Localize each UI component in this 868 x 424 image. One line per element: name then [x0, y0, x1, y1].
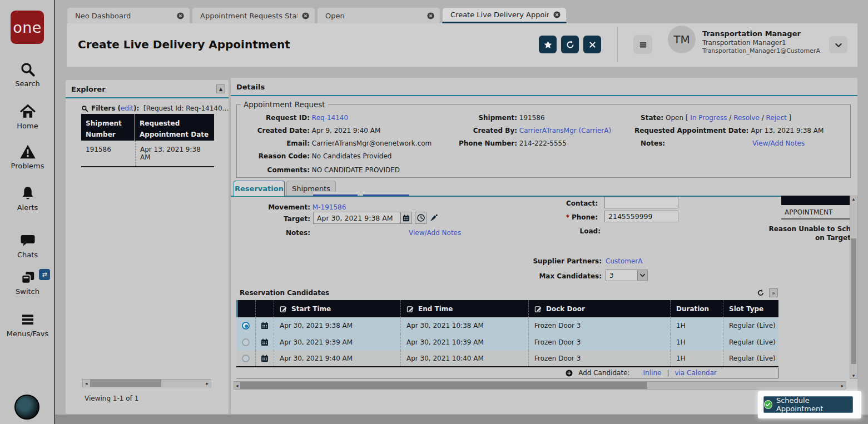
max-candidates-select[interactable]: 3	[606, 270, 648, 281]
details-horizontal-scrollbar[interactable]: ◂ ▸	[234, 381, 846, 390]
column-header-duration[interactable]: Duration	[670, 300, 723, 317]
column-header-end-time[interactable]: End Time	[400, 300, 528, 317]
created-by-link[interactable]: CarrierATransMgr (CarrierA)	[519, 127, 611, 134]
refresh-button[interactable]	[561, 36, 579, 53]
sidebar-item-home[interactable]: Home	[0, 103, 55, 130]
close-screen-button[interactable]	[583, 36, 601, 53]
time-picker-button[interactable]	[415, 212, 426, 224]
switch-badge-icon[interactable]: ⇄	[39, 269, 50, 280]
scroll-left-icon[interactable]: ◂	[234, 383, 240, 388]
column-header-shipment-number[interactable]: Shipment Number	[81, 114, 135, 141]
view-add-notes-link[interactable]: View/Add Notes	[752, 139, 805, 147]
view-add-notes-link[interactable]: View/Add Notes	[409, 229, 461, 237]
calendar-icon[interactable]	[260, 338, 269, 347]
calendar-icon[interactable]	[260, 354, 269, 363]
request-id-link[interactable]: Req-14140	[312, 114, 348, 122]
close-icon[interactable]	[427, 12, 434, 19]
candidate-row[interactable]: Apr 30, 2021 9:38 AM Apr 30, 2021 10:38 …	[236, 317, 778, 334]
sidebar-item-search[interactable]: Search	[0, 61, 55, 88]
scroll-up-icon[interactable]: ▴	[850, 196, 857, 204]
menu-button[interactable]	[633, 35, 652, 54]
details-vertical-scrollbar[interactable]: ▴ ▾	[850, 196, 857, 379]
tab-reservation[interactable]: Reservation	[234, 181, 285, 196]
sidebar-item-menus-favs[interactable]: Menus/Favs	[0, 311, 55, 338]
explorer-panel: Explorer ▲ Filters (edit): [Request Id: …	[66, 80, 229, 414]
state-reject-link[interactable]: Reject	[766, 114, 787, 122]
tab-neo-dashboard[interactable]: Neo Dashboard	[67, 7, 190, 23]
sidebar-item-chats[interactable]: Chats	[0, 232, 55, 259]
tab-appointment-requests[interactable]: Appointment Requests State Su...	[192, 7, 315, 23]
candidates-table-header: Start Time End Time Dock Door Duration S…	[236, 300, 778, 317]
request-id-label: Request ID:	[247, 114, 310, 122]
radio-unselected[interactable]	[242, 338, 250, 346]
tab-open[interactable]: Open	[317, 7, 440, 23]
cell-requested-date: Apr 13, 2021 9:38 AM	[135, 141, 214, 166]
explorer-table-row[interactable]: 191586 Apr 13, 2021 9:38 AM	[81, 141, 214, 167]
reason-line-2: on Target	[815, 234, 851, 242]
divider	[231, 95, 857, 96]
explorer-horizontal-scrollbar[interactable]: ◂ ▸	[82, 379, 211, 387]
movement-label: Movement:	[248, 203, 310, 211]
scrollbar-thumb[interactable]	[90, 380, 161, 387]
column-header-requested-date[interactable]: Requested Appointment Date	[135, 114, 214, 141]
filters-label: Filters (	[91, 104, 121, 112]
movement-link[interactable]: M-191586	[313, 203, 346, 211]
search-icon	[19, 61, 36, 78]
scrollbar-thumb[interactable]	[240, 382, 647, 389]
contact-input[interactable]	[604, 197, 678, 208]
collapse-panel-button[interactable]: ▲	[216, 84, 225, 93]
filters-edit-link[interactable]: edit	[121, 104, 133, 112]
add-via-calendar-link[interactable]: via Calendar	[674, 369, 717, 377]
created-date-value: Apr 9, 2021 9:40 AM	[312, 127, 381, 134]
close-icon[interactable]	[302, 12, 309, 19]
user-menu-button[interactable]	[829, 36, 847, 53]
radio-selected[interactable]	[242, 322, 250, 330]
cell-end-time: Apr 30, 2021 10:38 AM	[400, 317, 528, 334]
appointment-panel-header	[781, 196, 850, 205]
check-circle-icon	[764, 400, 772, 409]
tab-label: Reservation	[235, 184, 284, 193]
tab-create-live-delivery[interactable]: Create Live Delivery Appointmen...	[442, 7, 567, 23]
created-date-label: Created Date:	[247, 127, 310, 134]
scroll-left-icon[interactable]: ◂	[83, 381, 90, 386]
cell-start-time: Apr 30, 2021 9:38 AM	[274, 317, 400, 334]
refresh-candidates-button[interactable]	[757, 289, 765, 297]
column-header-start-time[interactable]: Start Time	[274, 300, 400, 317]
one-logo[interactable]: one	[11, 11, 44, 44]
user-initials-avatar[interactable]: TM	[668, 26, 696, 53]
scroll-right-icon[interactable]: ▸	[839, 383, 846, 388]
add-inline-link[interactable]: Inline	[643, 369, 662, 377]
schedule-appointment-button[interactable]: Schedule Appointment	[763, 396, 853, 413]
state-resolve-link[interactable]: Resolve	[733, 114, 760, 122]
cell-start-time: Apr 30, 2021 9:39 AM	[274, 334, 400, 351]
close-icon[interactable]	[553, 11, 561, 18]
user-info[interactable]: Transportation Manager Transportation Ma…	[702, 29, 820, 55]
calendar-picker-button[interactable]	[400, 212, 412, 224]
phone-input[interactable]	[604, 211, 678, 222]
state-in-progress-link[interactable]: In Progress	[690, 114, 727, 122]
search-icon	[81, 105, 88, 112]
cell-dock-door: Frozen Door 3	[528, 351, 670, 366]
radio-unselected[interactable]	[242, 355, 250, 362]
sidebar-item-problems[interactable]: Problems	[0, 143, 55, 170]
divider	[617, 27, 618, 62]
page-header: Create Live Delivery Appointment TM Tran…	[67, 23, 857, 67]
supplier-partners-link[interactable]: CustomerA	[606, 257, 643, 265]
candidate-row[interactable]: Apr 30, 2021 9:40 AM Apr 30, 2021 10:40 …	[236, 351, 778, 367]
favorite-button[interactable]	[539, 36, 557, 53]
cell-shipment-number: 191586	[81, 141, 135, 166]
scroll-right-icon[interactable]: ▸	[204, 381, 211, 386]
column-header-slot-type[interactable]: Slot Type	[723, 300, 778, 317]
user-avatar[interactable]	[14, 395, 39, 420]
calendar-column-header	[255, 300, 274, 317]
sidebar-item-alerts[interactable]: Alerts	[0, 185, 55, 212]
scroll-down-icon[interactable]: ▾	[850, 373, 857, 378]
column-header-dock-door[interactable]: Dock Door	[528, 300, 670, 317]
close-icon[interactable]	[177, 12, 184, 19]
clear-field-icon[interactable]	[429, 213, 439, 222]
candidate-row[interactable]: Apr 30, 2021 9:39 AM Apr 30, 2021 10:39 …	[236, 334, 778, 351]
calendar-icon[interactable]	[260, 321, 269, 330]
expand-candidates-button[interactable]: »	[769, 288, 778, 297]
scrollbar-thumb[interactable]	[851, 238, 856, 364]
target-date-input[interactable]	[313, 212, 400, 224]
